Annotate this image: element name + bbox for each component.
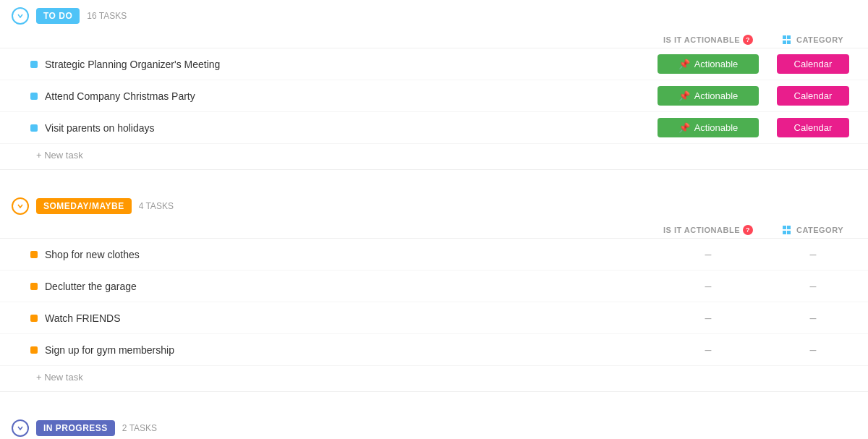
col-category-header: CATEGORY <box>770 35 856 44</box>
actionable-text: Actionable <box>694 90 739 101</box>
actionable-cell: – <box>647 344 770 357</box>
task-count-inprogress: 2 TASKS <box>122 423 157 433</box>
category-dash: – <box>810 248 817 261</box>
actionable-label: IS IT ACTIONABLE <box>663 226 740 234</box>
expand-placeholder <box>12 281 23 292</box>
actionable-label: IS IT ACTIONABLE <box>663 35 740 44</box>
collapse-btn-todo[interactable] <box>12 7 29 25</box>
task-count-todo: 16 TASKS <box>87 11 127 21</box>
pin-icon: 📌 <box>678 90 690 101</box>
actionable-cell: 📌 Actionable <box>647 118 770 137</box>
task-row: Attend Company Christmas Party 📌 Actiona… <box>0 80 868 112</box>
chevron-down-icon <box>17 12 24 20</box>
section-header-inprogress: IN PROGRESS 2 TASKS <box>0 412 868 439</box>
task-dot <box>30 346 38 354</box>
task-name: Strategic Planning Organizer's Meeting <box>45 59 220 70</box>
category-button[interactable]: Calendar <box>777 54 849 74</box>
task-dot <box>30 283 38 290</box>
chevron-down-icon <box>17 425 24 432</box>
task-left: Strategic Planning Organizer's Meeting <box>12 59 647 70</box>
category-grid-icon <box>783 35 791 44</box>
task-row: Shop for new clothes – – <box>0 239 868 270</box>
category-grid-icon <box>783 226 791 234</box>
category-cell: – <box>770 280 856 293</box>
task-dot <box>30 93 38 100</box>
section-tag-someday: SOMEDAY/MAYBE <box>36 198 132 214</box>
actionable-dash: – <box>705 312 712 325</box>
actionable-button[interactable]: 📌 Actionable <box>658 86 759 106</box>
expand-placeholder <box>12 312 23 324</box>
col-category-header: CATEGORY <box>770 226 856 234</box>
expand-placeholder <box>12 344 23 356</box>
task-row: Declutter the garage – – <box>0 270 868 302</box>
chevron-down-icon <box>17 203 24 210</box>
section-divider <box>0 398 868 412</box>
actionable-text: Actionable <box>694 59 739 69</box>
task-row: Sign up for gym membership – – <box>0 334 868 366</box>
category-cell: – <box>770 312 856 325</box>
actionable-button[interactable]: 📌 Actionable <box>658 118 759 137</box>
expand-placeholder <box>12 249 23 260</box>
section-todo: TO DO 16 TASKS IS IT ACTIONABLE ? CATEGO… <box>0 0 868 170</box>
category-dash: – <box>810 280 817 293</box>
task-name: Watch FRIENDS <box>45 312 121 324</box>
collapse-btn-inprogress[interactable] <box>12 419 29 437</box>
expand-placeholder <box>12 122 23 134</box>
new-task-row[interactable]: + New task <box>0 144 868 163</box>
section-header-todo: TO DO 16 TASKS <box>0 0 868 32</box>
task-count-someday: 4 TASKS <box>139 201 174 211</box>
actionable-text: Actionable <box>694 122 739 133</box>
section-header-someday: SOMEDAY/MAYBE 4 TASKS <box>0 190 868 222</box>
category-dash: – <box>810 344 817 357</box>
pin-icon: 📌 <box>678 122 690 133</box>
section-divider <box>0 176 868 190</box>
task-left: Visit parents on holidays <box>12 122 647 134</box>
expand-placeholder <box>12 59 23 70</box>
task-dot <box>30 251 38 258</box>
col-actionable-header: IS IT ACTIONABLE ? <box>647 225 770 235</box>
category-cell: Calendar <box>770 86 856 106</box>
pin-icon: 📌 <box>678 59 690 69</box>
col-actionable-header: IS IT ACTIONABLE ? <box>647 35 770 45</box>
actionable-cell: – <box>647 248 770 261</box>
question-mark-icon: ? <box>743 225 753 235</box>
section-inprogress: IN PROGRESS 2 TASKS IS IT ACTIONABLE ? C… <box>0 412 868 439</box>
actionable-cell: 📌 Actionable <box>647 54 770 74</box>
question-mark-icon: ? <box>743 35 753 45</box>
category-button[interactable]: Calendar <box>777 118 849 137</box>
columns-header-someday: IS IT ACTIONABLE ? CATEGORY <box>0 222 868 239</box>
section-tag-todo: TO DO <box>36 8 80 24</box>
category-cell: Calendar <box>770 118 856 137</box>
task-name: Attend Company Christmas Party <box>45 90 195 102</box>
task-name: Visit parents on holidays <box>45 122 155 134</box>
actionable-dash: – <box>705 248 712 261</box>
actionable-cell: – <box>647 280 770 293</box>
task-left: Shop for new clothes <box>12 249 647 260</box>
task-dot <box>30 61 38 68</box>
task-row: Visit parents on holidays 📌 Actionable C… <box>0 112 868 144</box>
category-dash: – <box>810 312 817 325</box>
expand-placeholder <box>12 90 23 102</box>
columns-header-todo: IS IT ACTIONABLE ? CATEGORY <box>0 32 868 48</box>
task-dot <box>30 124 38 132</box>
task-left: Attend Company Christmas Party <box>12 90 647 102</box>
task-left: Watch FRIENDS <box>12 312 647 324</box>
task-dot <box>30 315 38 322</box>
task-left: Sign up for gym membership <box>12 344 647 356</box>
task-left: Declutter the garage <box>12 281 647 292</box>
section-someday: SOMEDAY/MAYBE 4 TASKS IS IT ACTIONABLE ?… <box>0 190 868 392</box>
actionable-cell: 📌 Actionable <box>647 86 770 106</box>
actionable-button[interactable]: 📌 Actionable <box>658 54 759 74</box>
task-row: Strategic Planning Organizer's Meeting 📌… <box>0 48 868 80</box>
section-tag-inprogress: IN PROGRESS <box>36 420 115 436</box>
category-cell: – <box>770 344 856 357</box>
actionable-cell: – <box>647 312 770 325</box>
actionable-dash: – <box>705 344 712 357</box>
category-cell: Calendar <box>770 54 856 74</box>
task-row: Watch FRIENDS – – <box>0 302 868 334</box>
category-label: CATEGORY <box>796 226 843 234</box>
new-task-row[interactable]: + New task <box>0 366 868 385</box>
category-button[interactable]: Calendar <box>777 86 849 106</box>
collapse-btn-someday[interactable] <box>12 197 29 215</box>
task-name: Sign up for gym membership <box>45 344 174 356</box>
